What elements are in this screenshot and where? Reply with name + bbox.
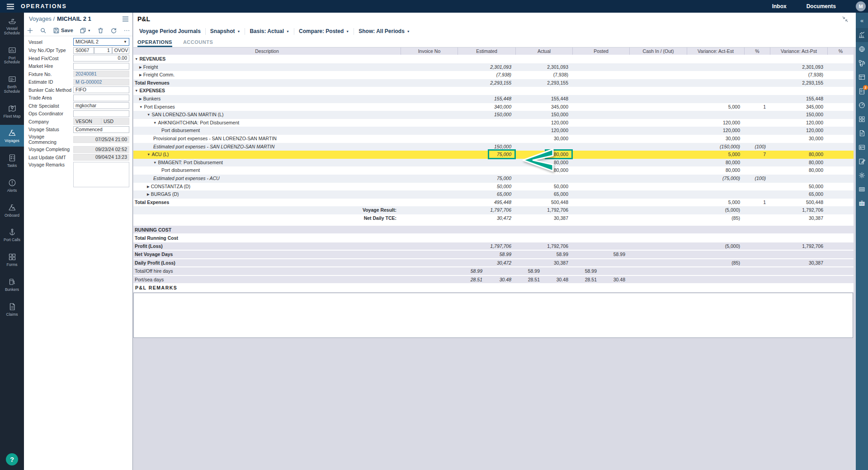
sidebar-item-claims[interactable]: Claims xyxy=(0,299,24,320)
collapse-row-icon[interactable]: ▼ xyxy=(135,55,138,63)
table-row-profit-loss[interactable]: Profit (Loss)1,797,7061,792,706(5,000)1,… xyxy=(133,242,854,251)
add-button[interactable] xyxy=(27,27,33,34)
pnl-remarks-input[interactable] xyxy=(133,293,853,338)
sidebar-item-vessel-schedule[interactable]: Vessel Schedule xyxy=(0,13,24,39)
field-link[interactable]: 20240081 xyxy=(73,71,129,77)
table-row-running-cost[interactable]: RUNNING COST xyxy=(133,226,854,234)
hamburger-menu-icon[interactable] xyxy=(0,4,21,9)
collapse-row-icon[interactable]: ▼ xyxy=(153,159,156,167)
table-row-bunkers[interactable]: ▶Bunkers155,448155,448155,448 xyxy=(133,95,854,103)
sidebar-item-port-calls[interactable]: Port Calls xyxy=(0,224,24,246)
field-cell[interactable]: 1 xyxy=(94,47,112,54)
table-row-port-disbursement[interactable]: Port disbursement80,00080,00080,000 xyxy=(133,166,854,175)
table-row-ahknightchina-port-disbursement[interactable]: ▼AHKNIGHTCHINA: Port Disbursement120,000… xyxy=(133,119,854,127)
tab-operations[interactable]: OPERATIONS xyxy=(137,37,172,47)
tab-accounts[interactable]: ACCOUNTS xyxy=(183,37,213,47)
field-input[interactable] xyxy=(73,110,129,117)
table-row-total-running-cost[interactable]: Total Running Cost xyxy=(133,234,854,242)
field-input[interactable]: mgkochar xyxy=(73,102,129,109)
right-nav-hierarchy-button[interactable] xyxy=(856,56,868,70)
sidebar-item-bunkers[interactable]: Bunkers xyxy=(0,274,24,295)
table-row-net-voyage-days[interactable]: Net Voyage Days58.9958.9958.99 xyxy=(133,251,854,259)
table-row-san-lorenzo-san-martin-l[interactable]: ▼SAN LORENZO-SAN MARTIN (L)150,000150,00… xyxy=(133,111,854,119)
pnl-toolbar-compare-posted[interactable]: Compare: Posted▼ xyxy=(294,28,354,34)
field-cell[interactable]: USD xyxy=(101,118,129,125)
table-row-total-expenses[interactable]: Total Expenses495,448500,4485,0001500,44… xyxy=(133,199,854,207)
right-nav-task-list-button[interactable]: 2 xyxy=(856,84,868,98)
user-avatar[interactable]: M xyxy=(856,1,866,11)
table-row-acu-l[interactable]: ▼ACU (L)75,00080,0005,000780,000 xyxy=(133,151,854,159)
collapse-row-icon[interactable]: ▼ xyxy=(147,151,150,159)
documents-link[interactable]: Documents xyxy=(807,3,836,9)
collapse-row-icon[interactable]: ▼ xyxy=(139,103,142,111)
right-nav-note-edit-button[interactable] xyxy=(856,154,868,168)
field-cell[interactable]: VESON xyxy=(73,118,101,125)
sidebar-item-fleet-map[interactable]: Fleet Map xyxy=(0,100,24,122)
right-nav-container-button[interactable] xyxy=(856,182,868,196)
pnl-toolbar-show-all-periods[interactable]: Show: All Periods▼ xyxy=(354,28,415,34)
right-nav-document-button[interactable] xyxy=(856,126,868,140)
refresh-button[interactable] xyxy=(110,27,117,34)
sidebar-item-onboard[interactable]: Onboard xyxy=(0,199,24,221)
field-input[interactable] xyxy=(73,63,129,70)
help-button[interactable]: ? xyxy=(6,453,18,465)
search-button[interactable] xyxy=(40,27,47,34)
field-readonly[interactable]: 07/25/24 21:00 xyxy=(73,136,129,143)
table-row-total-revenues[interactable]: Total Revenues2,293,1552,293,1552,293,15… xyxy=(133,79,854,87)
panel-menu-icon[interactable] xyxy=(122,16,129,22)
expand-row-icon[interactable]: ▶ xyxy=(147,183,150,191)
expand-row-icon[interactable]: ▶ xyxy=(139,71,142,79)
collapse-row-icon[interactable]: ▼ xyxy=(135,87,138,95)
right-nav-crane-container-button[interactable] xyxy=(856,196,868,210)
right-nav-id-card-button[interactable] xyxy=(856,140,868,154)
right-nav-apps-grid-button[interactable] xyxy=(856,112,868,126)
table-row-freight[interactable]: ▶Freight2,301,0932,301,0932,301,093 xyxy=(133,63,854,71)
expand-row-icon[interactable]: ▶ xyxy=(139,63,142,71)
collapse-row-icon[interactable]: ▼ xyxy=(147,111,150,119)
table-row-total-off-hire-days[interactable]: Total/Off hire days58.9958.9958.99 xyxy=(133,267,854,276)
right-nav-globe-sync-button[interactable] xyxy=(856,42,868,56)
collapse-panel-icon[interactable] xyxy=(842,16,849,23)
pnl-toolbar-basis-actual[interactable]: Basis: Actual▼ xyxy=(245,28,294,34)
field-cell[interactable]: OVOV xyxy=(112,47,129,54)
copy-button[interactable]: ▼ xyxy=(80,27,91,34)
table-row-provisional-port-expenses-san-lorenzo-san-martin[interactable]: Provisional port expenses - SAN LORENZO-… xyxy=(133,135,854,143)
right-nav-settings-gear-button[interactable] xyxy=(856,168,868,182)
inbox-link[interactable]: Inbox xyxy=(772,3,787,9)
voyage-remarks-input[interactable] xyxy=(73,162,129,187)
delete-button[interactable] xyxy=(97,27,104,34)
field-readonly[interactable]: 09/04/24 13:23 xyxy=(73,154,129,161)
pnl-toolbar-snapshot[interactable]: Snapshot▼ xyxy=(206,28,245,34)
sidebar-item-alerts[interactable]: Alerts xyxy=(0,175,24,196)
breadcrumb[interactable]: Voyages / xyxy=(29,15,55,22)
sidebar-item-tasks[interactable]: Tasks xyxy=(0,150,24,171)
field-input[interactable]: 0.00 xyxy=(73,55,129,62)
vessel-select[interactable]: MICHAIL 2▼ xyxy=(73,38,129,46)
table-row-burgas-d[interactable]: ▶BURGAS (D)65,00065,00065,000 xyxy=(133,190,854,199)
more-button[interactable] xyxy=(123,27,130,34)
collapse-row-icon[interactable]: ▼ xyxy=(153,119,156,127)
table-row-port-disbursement[interactable]: Port disbursement120,000120,000120,000 xyxy=(133,127,854,135)
expand-row-icon[interactable]: ▶ xyxy=(147,190,150,199)
field-cell[interactable]: S0067 xyxy=(73,47,94,54)
right-nav-collapse-right-button[interactable]: « xyxy=(856,13,868,28)
field-readonly[interactable]: 09/23/24 02:52 xyxy=(73,146,129,153)
sidebar-item-voyages[interactable]: Voyages xyxy=(0,125,24,147)
field-input[interactable]: FIFO xyxy=(73,86,129,93)
table-row-bmagent-port-disbursement[interactable]: ▼BMAGENT: Port Disbursement80,00080,0008… xyxy=(133,159,854,167)
table-row-estimated-port-expenses-acu[interactable]: Estimated port expenses - ACU75,000(75,0… xyxy=(133,175,854,183)
sidebar-item-berth-schedule[interactable]: Berth Schedule xyxy=(0,71,24,97)
table-row-expenses[interactable]: ▼EXPENSES xyxy=(133,87,854,95)
expand-row-icon[interactable]: ▶ xyxy=(139,95,142,103)
table-row-port-expenses[interactable]: ▼Port Expenses340,000345,0005,0001345,00… xyxy=(133,103,854,111)
table-row-net-daily-tce[interactable]: Net Daily TCE:30,47230,387(85)30,387 xyxy=(133,214,854,223)
sidebar-item-forms[interactable]: Forms xyxy=(0,249,24,271)
field-input[interactable] xyxy=(73,95,129,101)
right-nav-data-table-button[interactable] xyxy=(856,70,868,84)
field-input[interactable]: Commenced xyxy=(73,126,129,133)
table-row-voyage-result[interactable]: Voyage Result:1,797,7061,792,706(5,000)1… xyxy=(133,206,854,214)
save-button[interactable]: Save xyxy=(53,27,73,34)
right-nav-analytics-button[interactable] xyxy=(856,28,868,42)
pnl-toolbar-voyage-period-journals[interactable]: Voyage Period Journals xyxy=(135,28,205,34)
right-nav-gauge-button[interactable] xyxy=(856,98,868,112)
